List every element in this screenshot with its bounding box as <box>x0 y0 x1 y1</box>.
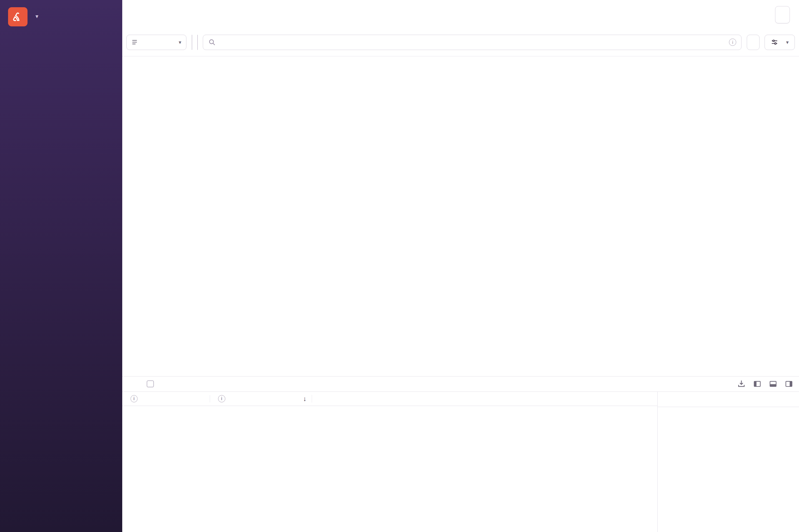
sorting-button-group <box>192 35 192 50</box>
app-root: ▾ ▾ i <box>0 0 799 532</box>
layout-right-icon[interactable] <box>785 380 793 388</box>
chevron-down-icon: ▾ <box>179 40 181 45</box>
frame-stack-tabbar <box>122 377 799 392</box>
layout-left-icon[interactable] <box>753 380 761 388</box>
org-switcher[interactable]: ▾ <box>33 13 38 19</box>
frames-table-header: i i ↓ <box>122 392 657 406</box>
find-frames-input[interactable] <box>220 38 725 46</box>
go-to-transaction-button[interactable] <box>775 6 790 23</box>
org-info: ▾ <box>33 13 38 21</box>
direction-button-group <box>197 35 198 50</box>
sliders-icon <box>771 39 778 46</box>
export-icon[interactable] <box>737 380 745 388</box>
info-icon[interactable]: i <box>729 39 736 46</box>
layout-bottom-icon[interactable] <box>769 380 777 388</box>
panel-layout-controls <box>737 380 793 388</box>
reset-zoom-button[interactable] <box>747 35 760 50</box>
total-time-header[interactable]: i ↓ <box>210 395 312 403</box>
info-icon: i <box>218 395 225 402</box>
flamegraph[interactable] <box>122 56 799 376</box>
find-frames-search: i <box>203 35 742 50</box>
frame-stack-panes: i i ↓ <box>122 392 799 532</box>
chevron-down-icon: ▾ <box>786 40 788 45</box>
self-time-header[interactable]: i <box>122 395 210 402</box>
details-tabs <box>657 392 799 407</box>
toolbar: ▾ i ▾ <box>122 30 799 56</box>
header <box>122 0 799 30</box>
sort-desc-icon[interactable]: ↓ <box>303 395 306 403</box>
frame-stack-panel: i i ↓ <box>122 376 799 532</box>
sentry-logo <box>8 7 27 27</box>
chevron-down-icon: ▾ <box>36 13 38 19</box>
org-header: ▾ <box>0 0 122 32</box>
sidebar: ▾ <box>0 0 122 532</box>
frames-table: i i ↓ <box>122 392 657 532</box>
details-fields <box>657 407 799 413</box>
search-icon <box>208 39 216 46</box>
list-icon <box>132 39 139 46</box>
collapse-recursion-checkbox[interactable] <box>147 380 154 387</box>
color-coding-button[interactable]: ▾ <box>765 35 795 50</box>
frames-table-body <box>122 406 657 532</box>
sentry-logo-icon <box>12 11 24 23</box>
thread-select[interactable]: ▾ <box>126 35 186 50</box>
collapse-recursion-toggle[interactable] <box>147 380 157 387</box>
details-panel <box>657 392 799 532</box>
main-content: ▾ i ▾ <box>122 0 799 532</box>
sidebar-footer <box>0 526 122 532</box>
info-icon: i <box>131 395 138 402</box>
